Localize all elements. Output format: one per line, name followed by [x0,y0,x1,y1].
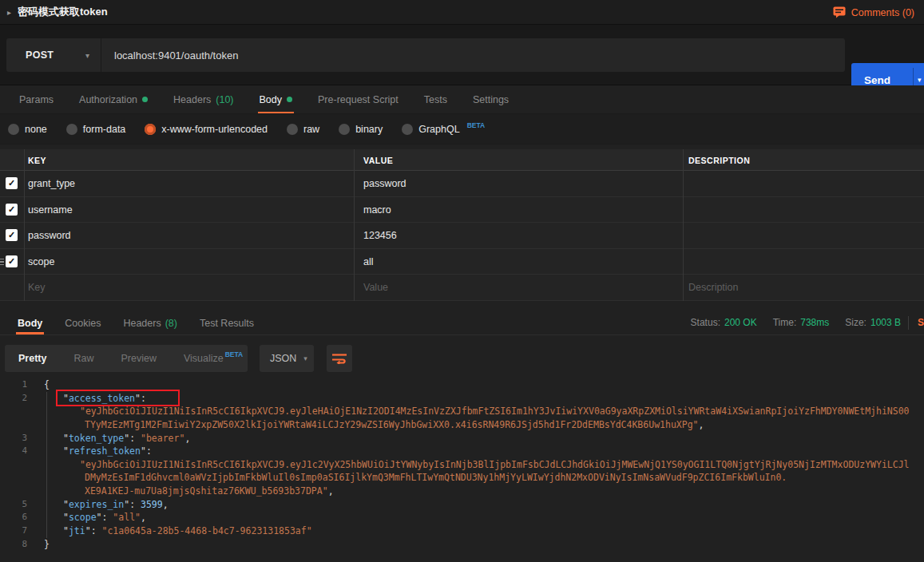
code-line-content: "refresh_token": [63,445,152,458]
param-value-cell[interactable]: password [363,178,406,189]
params-table-header: KEY VALUE DESCRIPTION [0,149,924,171]
url-input[interactable]: localhost:9401/oauth/token [114,49,238,61]
radio-icon [8,124,19,135]
param-key-cell[interactable]: password [28,230,71,241]
param-key-cell[interactable]: scope [28,256,54,267]
param-row: ✓grant_typepassword [0,171,924,197]
token-q: " [63,499,69,510]
meta-value: 200 OK [724,317,757,328]
response-tab-label: Headers [123,318,161,329]
code-line: TYyMzEzMTg1M2FmIiwiY2xpZW50X2lkIjoiYWRta… [0,418,924,432]
token-p: : [102,512,113,523]
token-p: { [44,379,50,390]
meta-label: Size: [845,317,866,328]
view-tab-preview[interactable]: Preview [107,345,169,372]
token-p: , [141,512,146,523]
param-value-placeholder[interactable]: Value [363,282,388,293]
row-checkbox[interactable]: ✓ [6,204,18,216]
method-select[interactable]: POST ▾ [6,38,101,72]
body-mode-label: form-data [83,124,126,135]
body-mode-none[interactable]: none [8,124,47,135]
tab-count: (10) [216,94,233,105]
beta-badge: BETA [467,121,486,129]
body-mode-raw[interactable]: raw [287,124,319,135]
view-tab-pretty[interactable]: Pretty [5,345,60,372]
save-response-button-clipped[interactable]: S [918,317,924,329]
line-number: 2 [0,392,27,406]
meta-label: Time: [773,317,797,328]
response-tab-headers[interactable]: Headers(8) [112,311,188,334]
token-k: scope [69,512,97,523]
body-mode-label: GraphQL [418,124,459,135]
code-line-content: } [44,538,50,552]
tab-params[interactable]: Params [6,85,66,113]
param-value-cell[interactable]: 123456 [363,230,397,241]
radio-icon [287,124,298,135]
url-band: POST ▾ localhost:9401/oauth/token Send ▾ [0,25,924,85]
tab-label: Tests [424,94,447,105]
wrap-text-icon [331,353,347,364]
param-key-placeholder[interactable]: Key [28,282,46,293]
token-k: jti [69,525,85,536]
code-line: 4"refresh_token": [0,445,924,458]
token-k: refresh_token [69,445,141,457]
param-value-cell[interactable]: macro [363,204,391,216]
meta-divider [908,316,909,330]
url-box: POST ▾ localhost:9401/oauth/token [6,38,845,72]
tab-settings[interactable]: Settings [460,85,521,113]
param-value-cell[interactable]: all [363,256,374,267]
method-label: POST [26,49,54,61]
token-s: "eyJhbGciOiJIUzI1NiIsInR5cCI6IkpXVCJ9.ey… [80,459,910,470]
code-line: "eyJhbGciOiJIUzI1NiIsInR5cCI6IkpXVCJ9.ey… [0,458,924,472]
token-s: "bearer" [141,433,184,444]
response-tab-body[interactable]: Body [6,311,54,334]
token-k: expires_in [69,499,124,510]
format-select[interactable]: JSON ▾ [260,345,314,372]
code-line-content: TYyMzEzMTg1M2FmIiwiY2xpZW50X2lkIjoiYWRta… [85,418,704,432]
param-key-cell[interactable]: username [28,204,73,216]
tab-authorization[interactable]: Authorization [66,85,161,113]
tab-headers[interactable]: Headers(10) [161,85,246,113]
green-dot-icon [142,97,148,102]
access-token-annotation-box [56,390,180,406]
tab-pre-request-script[interactable]: Pre-request Script [305,85,411,113]
view-tab-visualize[interactable]: VisualizeBETA [170,345,256,372]
view-tab-raw[interactable]: Raw [60,345,107,372]
param-key-cell[interactable]: grant_type [28,178,75,189]
code-line: 8} [0,538,924,552]
line-number: 1 [0,378,27,392]
code-line: XE9A1KEJ-mu7Ua8jmjsQshitaz76KWU_b5693b37… [0,485,924,498]
drag-handle[interactable] [0,259,4,266]
row-checkbox[interactable]: ✓ [6,229,18,241]
tab-body[interactable]: Body [247,85,306,113]
body-mode-graphql[interactable]: GraphQLBETA [402,124,485,135]
tab-tests[interactable]: Tests [411,85,460,113]
comments-label: Comments (0) [851,7,914,18]
param-description-placeholder[interactable]: Description [688,282,739,293]
collapse-caret-icon[interactable]: ▸ [7,8,11,17]
token-p: , [328,485,334,497]
column-divider [24,149,25,301]
row-checkbox[interactable]: ✓ [6,255,18,267]
send-options-chevron-icon[interactable]: ▾ [918,76,922,84]
body-mode-form-data[interactable]: form-data [66,124,126,135]
line-number: 7 [0,524,27,538]
tab-label: Pre-request Script [318,94,399,105]
comments-button[interactable]: Comments (0) [833,0,914,25]
code-line-content: "token_type": "bearer", [63,432,190,445]
token-s: DMyMzEsImF1dGhvcml0aWVzIjpbImFkbWluIl0sI… [85,472,787,483]
code-line: 6"scope": "all", [0,511,924,524]
tab-label: Params [19,94,54,105]
response-tab-test-results[interactable]: Test Results [188,311,265,334]
body-mode-label: binary [355,124,383,135]
line-number: 5 [0,498,27,512]
body-mode-binary[interactable]: binary [339,124,383,135]
body-mode-x-www-form-urlencoded[interactable]: x-www-form-urlencoded [145,124,268,135]
body-mode-label: none [25,124,47,135]
wrap-text-button[interactable] [327,345,352,372]
response-tab-cookies[interactable]: Cookies [54,311,112,334]
row-checkbox[interactable]: ✓ [6,177,18,189]
response-tab-count: (8) [165,318,177,329]
line-number: 8 [0,538,27,552]
token-s: "c1a0645a-28b5-4468-b4c7-9623131853af" [102,525,312,536]
